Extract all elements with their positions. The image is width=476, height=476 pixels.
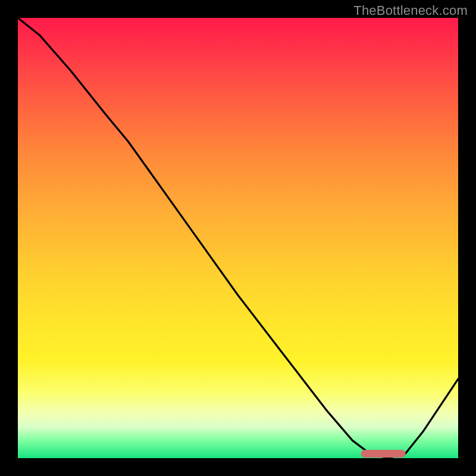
plot-area — [18, 18, 458, 458]
optimal-marker — [361, 450, 405, 458]
chart-svg — [18, 18, 458, 458]
bottleneck-curve — [18, 18, 458, 458]
chart-frame: TheBottleneck.com — [0, 0, 476, 476]
attribution-label: TheBottleneck.com — [353, 3, 468, 18]
